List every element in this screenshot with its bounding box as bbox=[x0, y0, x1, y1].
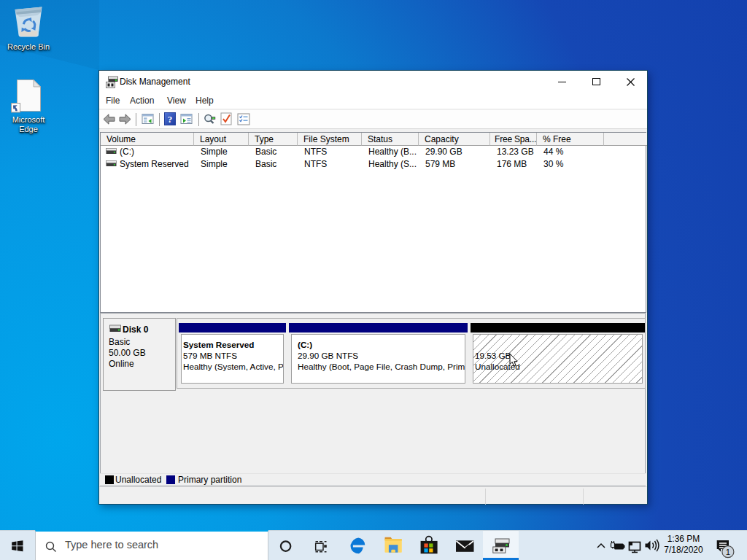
svg-text:1: 1 bbox=[726, 548, 730, 556]
svg-text:?: ? bbox=[168, 114, 173, 125]
